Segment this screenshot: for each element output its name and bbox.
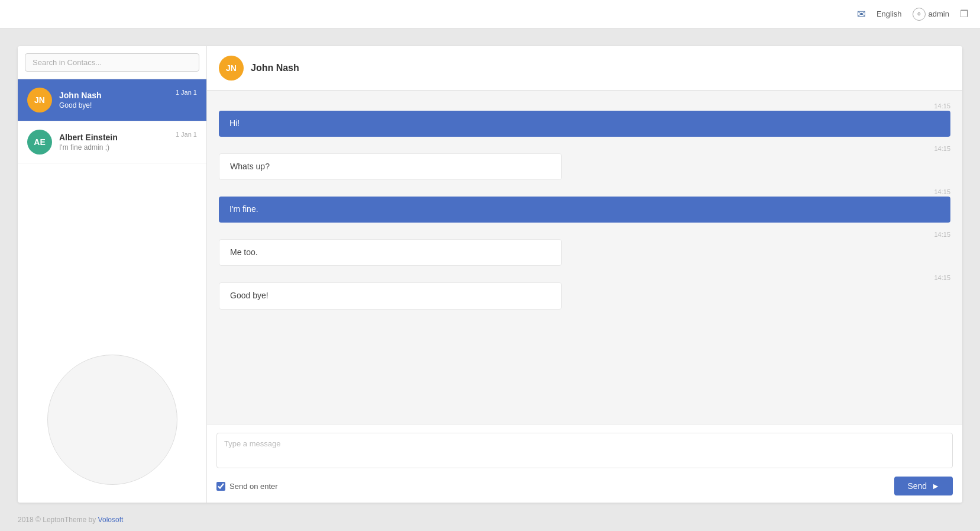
admin-label: admin (929, 9, 949, 18)
message-row-2: 14:15 Whats up? (219, 145, 950, 181)
page-footer: 2018 © LeptonTheme by Volosoft (0, 509, 980, 531)
message-row-1: 14:15 Hi! (219, 102, 950, 137)
avatar: JN (27, 88, 52, 112)
chat-header: JN John Nash (207, 46, 962, 91)
contact-info: John Nash Good bye! (59, 91, 169, 110)
send-on-enter-checkbox[interactable] (216, 482, 225, 491)
message-row-5: 14:15 Good bye! (219, 274, 950, 310)
chat-container: JN John Nash Good bye! 1 Jan 1 AE Albert… (18, 46, 962, 503)
send-on-enter-text: Send on enter (229, 482, 278, 491)
main-content: JN John Nash Good bye! 1 Jan 1 AE Albert… (0, 28, 980, 509)
footer-text: 2018 © LeptonTheme by (18, 516, 98, 524)
message-time: 14:15 (219, 188, 950, 195)
search-box (18, 46, 206, 79)
message-bubble-received: Me too. (219, 239, 562, 266)
input-area: Send on enter Send ► (207, 424, 962, 503)
mail-icon[interactable]: ✉ (857, 8, 866, 21)
contact-preview: Good bye! (59, 101, 169, 110)
contacts-panel: JN John Nash Good bye! 1 Jan 1 AE Albert… (18, 46, 207, 503)
message-row-4: 14:15 Me too. (219, 231, 950, 266)
message-row-3: 14:15 I'm fine. (219, 188, 950, 223)
contact-time: 1 Jan 1 (176, 131, 197, 138)
user-menu[interactable]: ⚬ admin (913, 8, 949, 21)
message-bubble-sent: Hi! (219, 111, 950, 137)
user-avatar-icon: ⚬ (913, 8, 926, 21)
chat-header-avatar: JN (219, 56, 244, 81)
message-time: 14:15 (219, 145, 950, 152)
message-bubble-sent: I'm fine. (219, 197, 950, 223)
send-icon: ► (932, 481, 940, 491)
message-bubble-received: Whats up? (219, 153, 562, 181)
input-footer: Send on enter Send ► (216, 477, 953, 495)
message-bubble-received: Good bye! (219, 282, 562, 310)
contact-item-albert-einstein[interactable]: AE Albert Einstein I'm fine admin ;) 1 J… (18, 121, 206, 163)
avatar: AE (27, 130, 52, 155)
topbar: ✉ English ⚬ admin ❐ (0, 0, 980, 28)
send-button[interactable]: Send ► (894, 477, 953, 495)
contact-item-john-nash[interactable]: JN John Nash Good bye! 1 Jan 1 (18, 79, 206, 121)
watermark-circle (47, 355, 177, 485)
message-time: 14:15 (219, 274, 950, 281)
message-time: 14:15 (219, 231, 950, 238)
contact-info: Albert Einstein I'm fine admin ;) (59, 133, 169, 152)
fullscreen-icon[interactable]: ❐ (960, 8, 968, 20)
contact-preview: I'm fine admin ;) (59, 143, 169, 152)
language-selector[interactable]: English (876, 9, 902, 18)
chat-header-name: John Nash (251, 63, 299, 73)
search-input[interactable] (25, 53, 199, 72)
contact-name: John Nash (59, 91, 169, 100)
footer-link[interactable]: Volosoft (98, 516, 124, 524)
messages-area: 14:15 Hi! 14:15 Whats up? 14:15 I'm (207, 91, 962, 424)
contact-name: Albert Einstein (59, 133, 169, 142)
send-button-label: Send (907, 481, 927, 491)
contact-time: 1 Jan 1 (176, 89, 197, 96)
chat-panel: JN John Nash 14:15 Hi! 14:15 Whats (207, 46, 962, 503)
send-on-enter-label[interactable]: Send on enter (216, 482, 278, 491)
message-time: 14:15 (219, 102, 950, 110)
message-input[interactable] (216, 433, 953, 468)
